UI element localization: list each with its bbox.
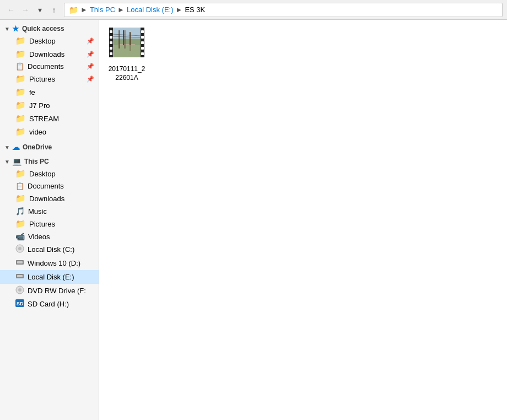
pc-documents-icon: 📋 bbox=[15, 182, 24, 190]
forward-button[interactable]: → bbox=[19, 3, 32, 17]
drive-h-icon: SD bbox=[15, 299, 24, 309]
film-hole bbox=[110, 30, 112, 33]
drive-d-icon bbox=[15, 258, 24, 268]
svg-rect-11 bbox=[113, 39, 141, 57]
qa-desktop-label: Desktop bbox=[29, 37, 56, 45]
pc-videos-label: Videos bbox=[28, 233, 50, 241]
onedrive-arrow: ▼ bbox=[4, 144, 10, 150]
svg-rect-5 bbox=[17, 275, 23, 277]
breadcrumb-this-pc[interactable]: This PC bbox=[90, 6, 115, 14]
qa-downloads-label: Downloads bbox=[29, 50, 64, 58]
sidebar-item-pc-downloads[interactable]: 📁 Downloads bbox=[0, 192, 99, 205]
this-pc-label: This PC bbox=[24, 158, 49, 165]
pc-desktop-label: Desktop bbox=[29, 170, 56, 178]
back-button[interactable]: ← bbox=[4, 3, 18, 17]
breadcrumb-sep-2: ► bbox=[176, 6, 183, 14]
qa-j7pro-label: J7 Pro bbox=[29, 101, 50, 110]
sidebar-section-quick-access[interactable]: ▼ ★ Quick access bbox=[0, 22, 99, 34]
sidebar-item-qa-j7pro[interactable]: 📁 J7 Pro bbox=[0, 99, 99, 112]
sidebar-item-pc-pictures[interactable]: 📁 Pictures bbox=[0, 217, 99, 230]
sidebar-item-drive-d[interactable]: Windows 10 (D:) bbox=[0, 256, 99, 270]
sidebar-item-qa-stream[interactable]: 📁 STREAM bbox=[0, 112, 99, 125]
qa-desktop-pin: 📌 bbox=[87, 37, 94, 45]
qa-j7pro-icon: 📁 bbox=[15, 100, 26, 110]
drive-c-label: Local Disk (C:) bbox=[28, 245, 74, 254]
breadcrumb-sep-1: ► bbox=[117, 6, 125, 14]
main-layout: ▼ ★ Quick access 📁 Desktop 📌 📁 Downloads… bbox=[0, 20, 507, 420]
film-hole bbox=[141, 30, 144, 33]
film-hole bbox=[110, 36, 112, 39]
quick-access-label: Quick access bbox=[22, 25, 64, 33]
film-hole bbox=[110, 52, 112, 55]
sidebar-item-qa-desktop[interactable]: 📁 Desktop 📌 bbox=[0, 34, 99, 47]
sidebar-item-drive-h[interactable]: SD SD Card (H:) bbox=[0, 298, 99, 310]
sidebar-item-drive-f[interactable]: DVD RW Drive (F: bbox=[0, 284, 99, 298]
drive-f-icon bbox=[15, 286, 24, 296]
sidebar-item-drive-e[interactable]: Local Disk (E:) bbox=[0, 270, 99, 284]
qa-stream-icon: 📁 bbox=[15, 114, 26, 123]
qa-downloads-icon: 📁 bbox=[15, 49, 26, 59]
drive-f-label: DVD RW Drive (F: bbox=[28, 287, 86, 295]
sidebar-item-pc-documents[interactable]: 📋 Documents bbox=[0, 180, 99, 192]
sidebar-item-qa-documents[interactable]: 📋 Documents 📌 bbox=[0, 61, 99, 72]
up-button[interactable]: ↑ bbox=[47, 3, 61, 17]
breadcrumb-sep-0: ► bbox=[80, 6, 88, 14]
this-pc-icon: 💻 bbox=[12, 157, 21, 166]
file-name: 20170111_222601A bbox=[107, 65, 147, 82]
qa-pictures-label: Pictures bbox=[29, 75, 55, 83]
sidebar-item-pc-music[interactable]: 🎵 Music bbox=[0, 205, 99, 217]
breadcrumb-local-disk[interactable]: Local Disk (E:) bbox=[127, 6, 174, 14]
film-hole bbox=[110, 47, 112, 50]
title-bar: ← → ▾ ↑ 📁 ► This PC ► Local Disk (E:) ► … bbox=[0, 0, 507, 20]
svg-point-7 bbox=[18, 288, 21, 292]
pc-pictures-label: Pictures bbox=[29, 220, 55, 228]
sidebar-item-qa-fe[interactable]: 📁 fe bbox=[0, 85, 99, 99]
video-img-area bbox=[113, 28, 141, 57]
film-strip-right bbox=[141, 28, 144, 57]
sidebar-section-onedrive[interactable]: ▼ ☁ OneDrive bbox=[0, 141, 99, 153]
film-hole bbox=[141, 41, 144, 44]
drive-c-icon bbox=[15, 244, 24, 255]
dropdown-button[interactable]: ▾ bbox=[33, 3, 46, 17]
sidebar-item-pc-desktop[interactable]: 📁 Desktop bbox=[0, 167, 99, 180]
svg-rect-14 bbox=[130, 32, 131, 47]
sidebar-item-qa-pictures[interactable]: 📁 Pictures 📌 bbox=[0, 72, 99, 85]
video-thumb-inner bbox=[109, 28, 144, 57]
qa-documents-label: Documents bbox=[28, 62, 64, 71]
film-hole bbox=[141, 36, 144, 39]
breadcrumb-folder-icon: 📁 bbox=[69, 6, 78, 14]
breadcrumb-bar[interactable]: 📁 ► This PC ► Local Disk (E:) ► ES 3K bbox=[64, 3, 503, 17]
sidebar-item-drive-c[interactable]: Local Disk (C:) bbox=[0, 243, 99, 256]
file-item-video[interactable]: 20170111_222601A bbox=[105, 25, 149, 84]
drive-h-label: SD Card (H:) bbox=[28, 300, 69, 308]
qa-video-icon: 📁 bbox=[15, 127, 26, 137]
sidebar-item-pc-videos[interactable]: 📹 Videos bbox=[0, 230, 99, 243]
onedrive-icon: ☁ bbox=[12, 143, 20, 152]
pc-downloads-label: Downloads bbox=[29, 195, 64, 203]
sidebar-item-qa-downloads[interactable]: 📁 Downloads 📌 bbox=[0, 47, 99, 61]
drive-e-icon bbox=[15, 272, 24, 282]
pc-pictures-icon: 📁 bbox=[15, 219, 26, 229]
quick-access-arrow: ▼ bbox=[4, 26, 10, 32]
qa-pictures-icon: 📁 bbox=[15, 74, 26, 84]
file-grid: 20170111_222601A bbox=[105, 25, 501, 84]
video-thumbnail bbox=[109, 28, 144, 63]
qa-fe-label: fe bbox=[29, 88, 35, 96]
breadcrumb-current: ES 3K bbox=[185, 6, 205, 14]
this-pc-arrow: ▼ bbox=[4, 159, 10, 165]
qa-documents-icon: 📋 bbox=[15, 62, 24, 71]
qa-video-label: video bbox=[29, 128, 46, 136]
sidebar-section-this-pc[interactable]: ▼ 💻 This PC bbox=[0, 155, 99, 167]
qa-documents-pin: 📌 bbox=[87, 63, 94, 70]
svg-rect-3 bbox=[17, 261, 23, 263]
qa-downloads-pin: 📌 bbox=[87, 51, 94, 58]
pc-videos-icon: 📹 bbox=[15, 232, 25, 241]
qa-desktop-icon: 📁 bbox=[15, 36, 26, 46]
svg-rect-13 bbox=[123, 30, 124, 47]
sidebar-item-qa-video[interactable]: 📁 video bbox=[0, 125, 99, 138]
sidebar: ▼ ★ Quick access 📁 Desktop 📌 📁 Downloads… bbox=[0, 20, 99, 420]
svg-text:SD: SD bbox=[17, 301, 24, 306]
svg-rect-12 bbox=[118, 44, 135, 57]
qa-pictures-pin: 📌 bbox=[87, 76, 94, 83]
qa-stream-label: STREAM bbox=[29, 115, 59, 123]
